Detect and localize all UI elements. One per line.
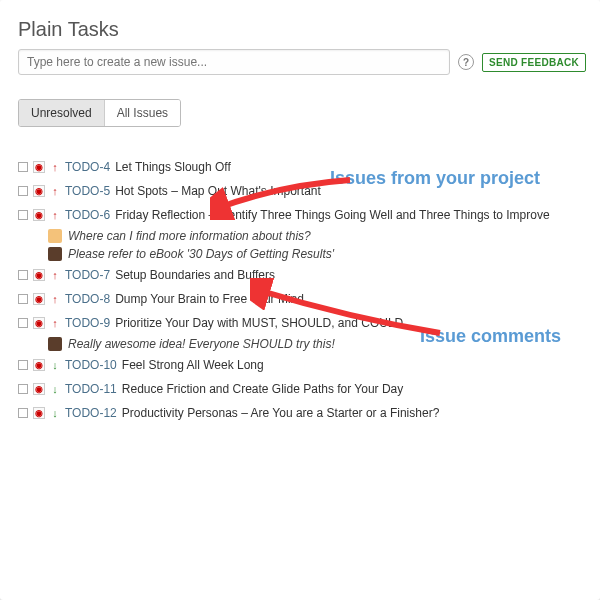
avatar (48, 247, 62, 261)
issue-row[interactable]: ◉↑TODO-6Friday Reflection – Identify Thr… (18, 203, 586, 227)
priority-up-icon: ↑ (50, 315, 60, 331)
issue-title: Setup Boundaries and Buffers (115, 267, 275, 283)
issue-title: Productivity Personas – Are You are a St… (122, 405, 440, 421)
issue-type-icon: ◉ (33, 383, 45, 395)
issue-title: Feel Strong All Week Long (122, 357, 264, 373)
issue-key-link[interactable]: TODO-6 (65, 207, 110, 223)
send-feedback-button[interactable]: SEND FEEDBACK (482, 53, 586, 72)
panel-container: Plain Tasks ? SEND FEEDBACK Unresolved A… (0, 0, 600, 600)
issue-checkbox[interactable] (18, 318, 28, 328)
issue-checkbox[interactable] (18, 210, 28, 220)
priority-down-icon: ↓ (50, 381, 60, 397)
issue-checkbox[interactable] (18, 162, 28, 172)
issue-title: Reduce Friction and Create Glide Paths f… (122, 381, 403, 397)
issue-key-link[interactable]: TODO-10 (65, 357, 117, 373)
issue-title: Hot Spots – Map Out What's Important (115, 183, 321, 199)
issue-type-icon: ◉ (33, 185, 45, 197)
annotation-comments-label: Issue comments (420, 326, 561, 347)
comment-text: Really awesome idea! Everyone SHOULD try… (68, 337, 335, 351)
new-issue-input[interactable] (18, 49, 450, 75)
priority-up-icon: ↑ (50, 183, 60, 199)
issue-comment: Please refer to eBook '30 Days of Gettin… (18, 245, 586, 263)
annotation-issues-label: Issues from your project (330, 168, 540, 189)
issue-checkbox[interactable] (18, 384, 28, 394)
issue-title: Friday Reflection – Identify Three Thing… (115, 207, 549, 223)
issue-row[interactable]: ◉↑TODO-8Dump Your Brain to Free Your Min… (18, 287, 586, 311)
priority-up-icon: ↑ (50, 159, 60, 175)
issue-checkbox[interactable] (18, 294, 28, 304)
avatar (48, 229, 62, 243)
issue-key-link[interactable]: TODO-12 (65, 405, 117, 421)
issue-key-link[interactable]: TODO-7 (65, 267, 110, 283)
priority-up-icon: ↑ (50, 267, 60, 283)
avatar (48, 337, 62, 351)
issue-title: Dump Your Brain to Free Your Mind (115, 291, 304, 307)
issue-checkbox[interactable] (18, 360, 28, 370)
create-issue-bar: ? SEND FEEDBACK (18, 49, 586, 75)
issue-row[interactable]: ◉↓TODO-12Productivity Personas – Are You… (18, 401, 586, 425)
priority-up-icon: ↑ (50, 291, 60, 307)
issue-type-icon: ◉ (33, 407, 45, 419)
issue-key-link[interactable]: TODO-11 (65, 381, 117, 397)
issue-key-link[interactable]: TODO-5 (65, 183, 110, 199)
issue-type-icon: ◉ (33, 317, 45, 329)
issue-row[interactable]: ◉↑TODO-7Setup Boundaries and Buffers (18, 263, 586, 287)
issue-type-icon: ◉ (33, 359, 45, 371)
issue-type-icon: ◉ (33, 209, 45, 221)
issue-key-link[interactable]: TODO-9 (65, 315, 110, 331)
issues-list: ◉↑TODO-4Let Things Slough Off◉↑TODO-5Hot… (18, 155, 586, 425)
tab-all-issues[interactable]: All Issues (104, 100, 180, 126)
comment-text: Where can I find more information about … (68, 229, 311, 243)
issue-key-link[interactable]: TODO-4 (65, 159, 110, 175)
issue-title: Let Things Slough Off (115, 159, 231, 175)
issue-type-icon: ◉ (33, 161, 45, 173)
issue-checkbox[interactable] (18, 408, 28, 418)
priority-down-icon: ↓ (50, 357, 60, 373)
issue-row[interactable]: ◉↓TODO-10Feel Strong All Week Long (18, 353, 586, 377)
issue-title: Prioritize Your Day with MUST, SHOULD, a… (115, 315, 403, 331)
tabs-bar: Unresolved All Issues (18, 99, 181, 127)
issue-comment: Where can I find more information about … (18, 227, 586, 245)
tab-unresolved[interactable]: Unresolved (19, 100, 104, 126)
issue-type-icon: ◉ (33, 269, 45, 281)
issue-checkbox[interactable] (18, 186, 28, 196)
issue-key-link[interactable]: TODO-8 (65, 291, 110, 307)
priority-down-icon: ↓ (50, 405, 60, 421)
issue-row[interactable]: ◉↓TODO-11Reduce Friction and Create Glid… (18, 377, 586, 401)
priority-up-icon: ↑ (50, 207, 60, 223)
page-title: Plain Tasks (18, 18, 586, 41)
issue-checkbox[interactable] (18, 270, 28, 280)
help-icon[interactable]: ? (458, 54, 474, 70)
comment-text: Please refer to eBook '30 Days of Gettin… (68, 247, 334, 261)
issue-type-icon: ◉ (33, 293, 45, 305)
